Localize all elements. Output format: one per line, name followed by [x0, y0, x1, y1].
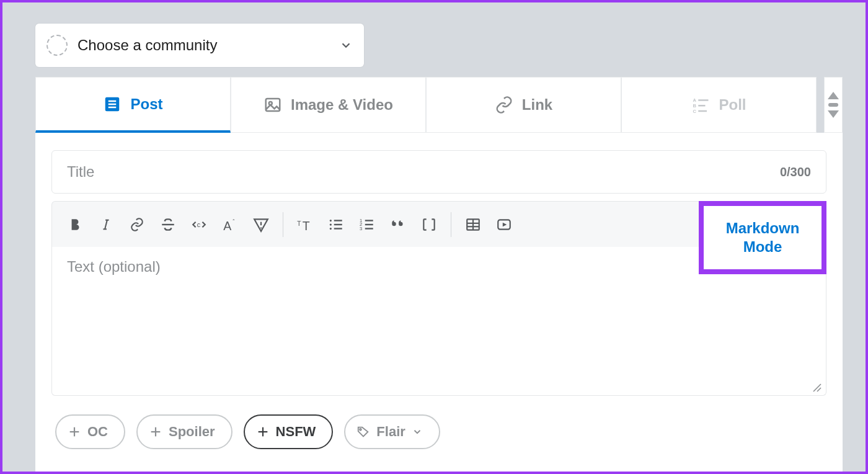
svg-text:A: A — [693, 97, 697, 103]
bold-button[interactable] — [60, 209, 91, 240]
poll-icon: ABC — [691, 96, 710, 114]
plus-icon — [256, 425, 270, 439]
table-button[interactable] — [458, 209, 489, 240]
svg-marker-19 — [254, 219, 268, 231]
markdown-mode-button[interactable]: Markdown Mode — [699, 201, 826, 274]
code-block-button[interactable] — [414, 209, 445, 240]
svg-rect-4 — [266, 99, 280, 111]
heading-button[interactable]: TT — [290, 209, 321, 240]
spoiler-tag-button[interactable]: Spoiler — [136, 414, 232, 449]
svg-point-50 — [360, 429, 361, 431]
tab-poll: ABC Poll — [621, 77, 817, 133]
plus-icon — [149, 425, 162, 439]
tab-image-video[interactable]: Image & Video — [231, 77, 426, 133]
svg-rect-2 — [108, 103, 117, 105]
spoiler-button[interactable] — [246, 209, 277, 240]
svg-point-28 — [330, 227, 332, 229]
tab-label: Poll — [719, 96, 746, 114]
title-field-wrap: 0/300 — [51, 150, 826, 194]
markdown-mode-label-1: Markdown — [726, 219, 800, 238]
post-tag-row: OC Spoiler NSFW Flair — [51, 414, 826, 449]
svg-line-42 — [813, 384, 821, 391]
svg-line-43 — [817, 388, 821, 391]
svg-text:B: B — [693, 103, 697, 109]
toolbar-separator — [451, 212, 451, 237]
tab-link[interactable]: Link — [426, 77, 621, 133]
italic-button[interactable] — [91, 209, 122, 240]
post-icon — [103, 95, 122, 114]
inline-code-button[interactable]: c — [184, 209, 215, 240]
toolbar-separator — [283, 212, 283, 237]
tab-post[interactable]: Post — [35, 77, 231, 133]
svg-text:3: 3 — [360, 225, 362, 231]
tag-label: Flair — [376, 424, 405, 440]
svg-text:C: C — [693, 109, 697, 114]
nsfw-tag-button[interactable]: NSFW — [244, 414, 334, 449]
chevron-down-icon — [339, 38, 353, 52]
quote-button[interactable] — [383, 209, 414, 240]
title-input[interactable] — [67, 163, 780, 181]
caret-down-icon — [828, 110, 839, 118]
chevron-down-icon — [412, 426, 423, 437]
scroll-thumb-icon — [828, 103, 838, 107]
post-type-tabs: Post Image & Video Link ABC Poll — [35, 77, 843, 133]
community-selector[interactable]: Choose a community — [35, 24, 364, 67]
svg-rect-1 — [108, 100, 117, 102]
strikethrough-button[interactable] — [153, 209, 184, 240]
tag-label: OC — [87, 424, 108, 440]
markdown-mode-label-2: Mode — [743, 238, 782, 256]
tab-label: Image & Video — [291, 96, 393, 114]
oc-tag-button[interactable]: OC — [55, 414, 125, 449]
svg-text:A: A — [223, 218, 231, 232]
tab-label: Link — [522, 96, 552, 114]
svg-rect-3 — [108, 106, 117, 108]
bulleted-list-button[interactable] — [321, 209, 352, 240]
editor-panel: 0/300 c Aˆ TT 123 M — [35, 133, 843, 472]
svg-line-14 — [105, 220, 107, 229]
link-button[interactable] — [122, 209, 153, 240]
plus-icon — [68, 425, 81, 439]
resize-handle-icon[interactable] — [811, 382, 822, 393]
tag-label: NSFW — [276, 424, 316, 440]
tag-icon — [356, 425, 370, 439]
svg-point-26 — [330, 223, 332, 225]
tag-label: Spoiler — [169, 424, 215, 440]
numbered-list-button[interactable]: 123 — [352, 209, 383, 240]
link-icon — [495, 96, 513, 114]
community-selector-label: Choose a community — [78, 37, 339, 54]
image-icon — [264, 96, 282, 114]
tab-label: Post — [130, 96, 162, 113]
svg-marker-41 — [503, 222, 507, 226]
superscript-button[interactable]: Aˆ — [215, 209, 246, 240]
flair-tag-button[interactable]: Flair — [344, 414, 440, 449]
svg-point-24 — [330, 219, 332, 221]
svg-text:c: c — [197, 221, 201, 228]
svg-text:ˆ: ˆ — [232, 217, 235, 224]
svg-text:T: T — [303, 218, 310, 232]
svg-point-21 — [260, 227, 262, 228]
video-button[interactable] — [489, 209, 520, 240]
tab-scroller[interactable] — [824, 77, 843, 133]
title-char-count: 0/300 — [780, 165, 811, 179]
svg-text:T: T — [297, 220, 301, 227]
caret-up-icon — [828, 92, 839, 99]
community-avatar-placeholder — [46, 35, 68, 56]
body-textarea[interactable] — [67, 258, 811, 384]
